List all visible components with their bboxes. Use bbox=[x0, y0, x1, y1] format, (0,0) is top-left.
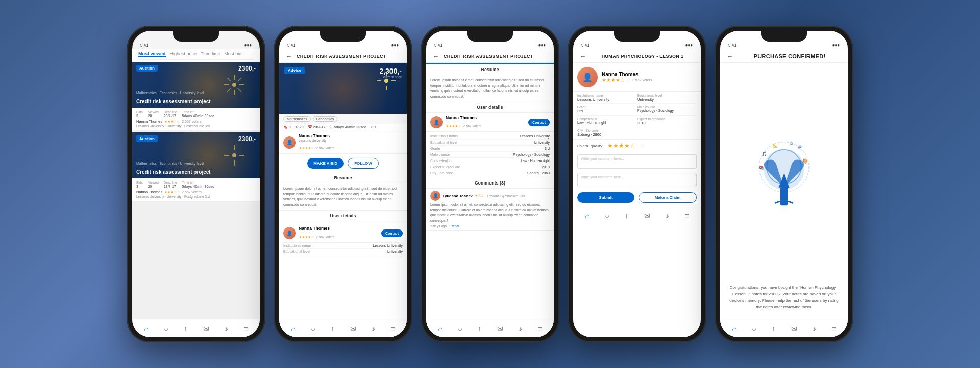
tab-most-bid[interactable]: Most bid bbox=[224, 51, 241, 57]
avatar-3: 👤 bbox=[430, 116, 443, 128]
submit-button-4[interactable]: Submit bbox=[577, 192, 634, 203]
card-price-1: 2300,- bbox=[238, 65, 256, 72]
svg-text:📚: 📚 bbox=[759, 165, 764, 170]
nav-share-4[interactable]: ↑ bbox=[625, 212, 628, 220]
bottom-nav-4: ⌂ ○ ↑ ✉ ♪ ≡ bbox=[573, 206, 701, 224]
auction-card-2[interactable]: Auction 2300,- Mathematics · Economics ·… bbox=[132, 132, 260, 201]
author-info-1: Lessons University · University · Postgr… bbox=[136, 124, 256, 128]
card-badge-2: Auction bbox=[136, 135, 158, 142]
nav-search-3[interactable]: ○ bbox=[458, 325, 462, 333]
auction-card-1[interactable]: Auction 2300,- Mathematics · Economics ·… bbox=[132, 62, 260, 130]
resume-title-3: Resume bbox=[426, 64, 554, 75]
author-avatar-2: 👤 bbox=[283, 136, 296, 149]
detail-badge-2: Advice bbox=[284, 67, 305, 74]
author-name-2: Nanna Thomes bbox=[136, 190, 162, 194]
make-bid-button[interactable]: MAKE A BID bbox=[307, 158, 344, 169]
nav-share-1[interactable]: ↑ bbox=[184, 325, 187, 333]
back-button-2[interactable]: ← bbox=[285, 52, 292, 60]
reply-link-3[interactable]: Reply bbox=[451, 224, 459, 228]
auction-list: Auction 2300,- Mathematics · Economics ·… bbox=[132, 62, 260, 319]
page-title-5: PURCHASE CONFIRMED! bbox=[738, 53, 842, 59]
nav-menu-5[interactable]: ≡ bbox=[832, 325, 836, 333]
comment-box-2-4[interactable]: Write your comment here... bbox=[577, 173, 697, 187]
nav-home-3[interactable]: ⌂ bbox=[438, 325, 442, 333]
nav-home-4[interactable]: ⌂ bbox=[585, 212, 589, 220]
card-image-1: Auction 2300,- Mathematics · Economics ·… bbox=[132, 62, 260, 108]
notch-3 bbox=[467, 31, 513, 42]
nav-bell-5[interactable]: ♪ bbox=[813, 325, 816, 333]
nav-mail-5[interactable]: ✉ bbox=[791, 325, 797, 333]
notch-1 bbox=[173, 31, 219, 42]
subject-tags-2: Mathematics Economics bbox=[279, 114, 407, 124]
phone-5: 9:41●●● ← PURCHASE CONFIRMED! bbox=[715, 26, 853, 342]
user-details-title-2: User details bbox=[279, 211, 407, 221]
author-info-2: Lessons University · University · Postgr… bbox=[136, 195, 256, 198]
nav-home-5[interactable]: ⌂ bbox=[732, 325, 736, 333]
nav-share-3[interactable]: ↑ bbox=[478, 325, 481, 333]
tab-most-viewed[interactable]: Most viewed bbox=[138, 51, 166, 57]
nav-share-2[interactable]: ↑ bbox=[331, 325, 334, 333]
nav-home-1[interactable]: ⌂ bbox=[144, 325, 148, 333]
contact-button-3[interactable]: Contact bbox=[528, 119, 550, 126]
resume-section-title-2: Resume bbox=[279, 173, 407, 183]
back-button-5[interactable]: ← bbox=[726, 52, 733, 60]
nav-search-4[interactable]: ○ bbox=[605, 212, 609, 220]
nav-bell-2[interactable]: ♪ bbox=[372, 325, 375, 333]
page-title-3: CREDIT RISK ASSESSMENT PROJECT bbox=[444, 54, 533, 59]
card-price-2: 2300,- bbox=[238, 135, 256, 143]
page-title-2: CREDIT RISK ASSESSMENT PROJECT bbox=[297, 54, 386, 59]
nav-search-5[interactable]: ○ bbox=[752, 325, 756, 333]
comment-box-1-4[interactable]: Write your comment here... bbox=[577, 154, 697, 169]
status-bar-2: 9:41●●● bbox=[279, 42, 407, 49]
nav-search-1[interactable]: ○ bbox=[164, 325, 168, 333]
nav-menu-3[interactable]: ≡ bbox=[538, 325, 542, 333]
author-row-3: 👤 Nanna Thomes ★★★★☆ 2.567 voters Contac… bbox=[426, 113, 554, 132]
nav-mail-3[interactable]: ✉ bbox=[497, 325, 503, 333]
bottom-nav-1: ⌂ ○ ↑ ✉ ♪ ≡ bbox=[132, 319, 260, 337]
status-bar-3: 9:41●●● bbox=[426, 42, 554, 49]
bottom-nav-2: ⌂ ○ ↑ ✉ ♪ ≡ bbox=[279, 319, 407, 337]
nav-mail-4[interactable]: ✉ bbox=[644, 212, 650, 220]
nav-menu-2[interactable]: ≡ bbox=[391, 325, 395, 333]
follow-button[interactable]: FOLLOW bbox=[348, 158, 379, 169]
nav-mail-1[interactable]: ✉ bbox=[203, 325, 209, 333]
tab-highest-price[interactable]: Highest price bbox=[170, 51, 197, 57]
author-avatar-2b: 👤 bbox=[283, 227, 296, 239]
nav-mail-2[interactable]: ✉ bbox=[350, 325, 356, 333]
bottom-nav-3: ⌂ ○ ↑ ✉ ♪ ≡ bbox=[426, 319, 554, 337]
svg-text:🎵: 🎵 bbox=[762, 151, 768, 157]
notch-5 bbox=[761, 31, 807, 42]
action-buttons-2: MAKE A BID FOLLOW bbox=[279, 154, 407, 173]
nav-bell-3[interactable]: ♪ bbox=[519, 325, 522, 333]
tab-bar-1: Most viewed Highest price Time limit Mos… bbox=[138, 51, 254, 60]
back-button-4[interactable]: ← bbox=[579, 52, 586, 60]
nav-share-5[interactable]: ↑ bbox=[772, 325, 775, 333]
card-title-2: Credit risk assessment project bbox=[136, 169, 211, 175]
phone1-header: Most viewed Highest price Time limit Mos… bbox=[132, 49, 260, 62]
back-button-3[interactable]: ← bbox=[432, 52, 439, 60]
svg-text:📐: 📐 bbox=[773, 143, 778, 148]
nav-menu-1[interactable]: ≡ bbox=[244, 325, 248, 333]
detail-header-2: ← CREDIT RISK ASSESSMENT PROJECT bbox=[279, 49, 407, 63]
claim-button-4[interactable]: Make a Claim bbox=[639, 192, 697, 203]
confirmed-message-5: Congratulations, you have bought the "Hu… bbox=[720, 285, 848, 319]
tutor-name-4: Nanna Thomes bbox=[602, 72, 652, 77]
phone-1: 9:41●●● Most viewed Highest price Time l… bbox=[127, 26, 265, 342]
tab-time-limit[interactable]: Time limit bbox=[201, 51, 220, 57]
author-name-1: Nanna Thomes bbox=[136, 119, 162, 124]
page-title-4: HUMAN PHYCHOLOGY - LESSON 1 bbox=[591, 54, 695, 59]
nav-bell-1[interactable]: ♪ bbox=[225, 325, 228, 333]
svg-text:⚗️: ⚗️ bbox=[798, 145, 803, 150]
nav-search-2[interactable]: ○ bbox=[311, 325, 315, 333]
user-details-title-3: User details bbox=[426, 102, 554, 113]
nav-menu-4[interactable]: ≡ bbox=[685, 212, 689, 220]
nav-bell-4[interactable]: ♪ bbox=[666, 212, 669, 220]
contact-button-2[interactable]: Contact bbox=[381, 229, 403, 237]
bottom-nav-5: ⌂ ○ ↑ ✉ ♪ ≡ bbox=[720, 319, 848, 337]
notch-4 bbox=[614, 31, 660, 42]
svg-point-9 bbox=[232, 153, 236, 157]
author-row-2: 👤 Nanna Thomes Lessons University ★★★★☆ … bbox=[279, 131, 407, 154]
comment-item-3: 👤 Lyudcho Toshev ★ 4.1 · Lessons Gymnasi… bbox=[426, 189, 554, 231]
nav-home-2[interactable]: ⌂ bbox=[291, 325, 295, 333]
status-bar-5: 9:41●●● bbox=[720, 42, 848, 49]
